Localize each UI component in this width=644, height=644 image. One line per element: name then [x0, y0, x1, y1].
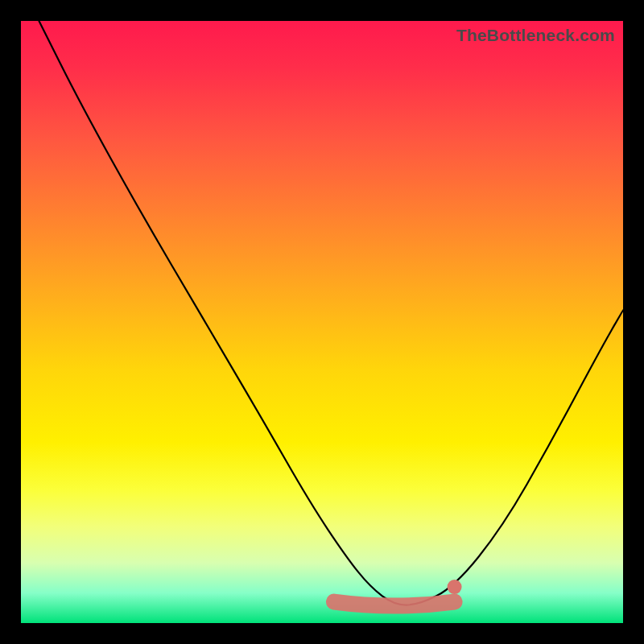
chart-svg	[21, 21, 623, 623]
chart-plot-area: TheBottleneck.com	[21, 21, 623, 623]
optimal-marker	[448, 580, 462, 594]
bottleneck-curve	[39, 21, 623, 605]
tolerance-band	[334, 602, 455, 606]
